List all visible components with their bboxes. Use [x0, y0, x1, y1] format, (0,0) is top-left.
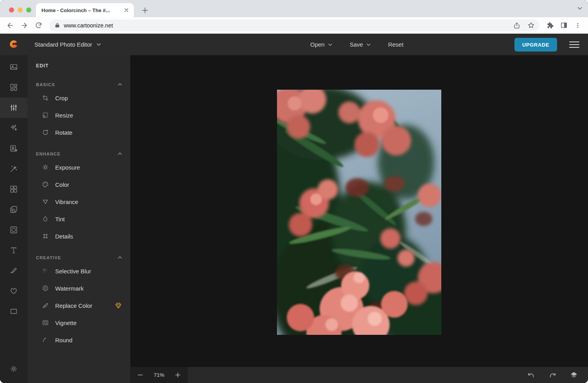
reset-button[interactable]: Reset: [388, 41, 403, 48]
status-bar: 71%: [130, 367, 588, 383]
color-palette-icon: [41, 181, 49, 188]
panel-item-exposure[interactable]: Exposure: [36, 159, 122, 176]
panel-item-color[interactable]: Color: [36, 176, 122, 193]
browser-window: Home - Colorcinch – The #... www.cartoon…: [0, 0, 588, 383]
reload-icon[interactable]: [33, 20, 44, 31]
panel-item-label: Tint: [55, 216, 65, 222]
forward-icon[interactable]: [19, 20, 30, 31]
section-header-basics[interactable]: BASICS: [36, 82, 122, 87]
rail-item-portrait[interactable]: [0, 138, 27, 159]
tab-close-icon[interactable]: [123, 7, 130, 14]
rail-item-effects[interactable]: [0, 118, 27, 138]
side-panel-icon[interactable]: [558, 20, 569, 31]
fullscreen-window-button[interactable]: [26, 7, 31, 13]
hamburger-menu-icon[interactable]: [569, 42, 579, 48]
zoom-controls: 71%: [130, 367, 188, 383]
rail-item-text[interactable]: [0, 240, 27, 260]
chevron-up-icon: [117, 82, 122, 87]
panel-item-watermark[interactable]: Watermark: [36, 280, 122, 297]
rotate-icon: [41, 128, 49, 136]
panel-item-replace-color[interactable]: Replace Color: [36, 297, 122, 314]
chevron-down-icon: [328, 42, 333, 47]
vibrance-triangle-icon: [41, 198, 49, 206]
url-text: www.cartoonize.net: [64, 22, 507, 29]
panel-item-vignette[interactable]: Vignette: [36, 314, 122, 331]
colorcinch-logo[interactable]: [0, 38, 27, 51]
rail-item-filters[interactable]: [0, 159, 27, 179]
undo-icon[interactable]: [527, 372, 535, 379]
extensions-puzzle-icon[interactable]: [544, 20, 555, 31]
rail-item-draw[interactable]: [0, 260, 27, 281]
minimize-window-button[interactable]: [18, 7, 23, 13]
section-header-creative[interactable]: CREATIVE: [36, 255, 122, 260]
rail-item-borders[interactable]: [0, 301, 27, 322]
browser-tab[interactable]: Home - Colorcinch – The #...: [36, 3, 134, 17]
replace-color-dropper-icon: [41, 302, 49, 309]
photo-image: [277, 90, 441, 335]
draw-icon: [9, 266, 18, 275]
panel-item-selective-blur[interactable]: Selective Blur: [36, 262, 122, 280]
rail-item-photo[interactable]: [0, 57, 27, 77]
panel-item-resize[interactable]: Resize: [36, 107, 122, 124]
panel-item-tint[interactable]: Tint: [36, 210, 122, 228]
selective-blur-icon: [41, 267, 49, 275]
panel-item-vibrance[interactable]: Vibrance: [36, 193, 122, 210]
tab-title: Home - Colorcinch – The #...: [41, 7, 123, 13]
canvas-column: 71%: [130, 55, 588, 383]
open-menu[interactable]: Open: [310, 41, 333, 48]
layers-icon[interactable]: [570, 371, 578, 379]
close-window-button[interactable]: [9, 7, 14, 13]
share-icon[interactable]: [511, 20, 522, 31]
browser-toolbar: www.cartoonize.net: [0, 17, 588, 34]
tint-droplet-icon: [41, 215, 49, 223]
panel-item-rotate[interactable]: Rotate: [36, 124, 122, 141]
zoom-in-button[interactable]: [175, 372, 181, 378]
tool-rail: [0, 55, 27, 383]
tab-overview-chevron-icon[interactable]: [577, 5, 583, 11]
redo-icon[interactable]: [548, 372, 557, 379]
panel-item-details[interactable]: Details: [36, 228, 122, 245]
watermark-copyright-icon: [41, 284, 49, 292]
vignette-icon: [41, 319, 49, 327]
section-label: ENHANCE: [36, 152, 61, 156]
save-label: Save: [350, 41, 363, 48]
back-icon[interactable]: [5, 20, 16, 31]
url-bar[interactable]: www.cartoonize.net: [49, 20, 539, 31]
templates-icon: [9, 83, 18, 92]
panel-item-label: Round: [55, 337, 72, 343]
editor-mode-selector[interactable]: Standard Photo Editor: [34, 41, 101, 48]
lock-icon: [55, 22, 60, 28]
rail-item-favorites[interactable]: [0, 281, 27, 301]
history-controls: [527, 371, 588, 379]
resize-icon: [41, 111, 49, 119]
zoom-level: 71%: [154, 372, 164, 378]
app-menus: Open Save Reset: [310, 34, 403, 55]
panel-item-crop[interactable]: Crop: [36, 89, 122, 107]
zoom-out-button[interactable]: [137, 372, 143, 378]
premium-gem-icon: [115, 303, 122, 309]
browser-menu-kebab-icon[interactable]: [572, 20, 583, 31]
grid-icon: [9, 185, 18, 193]
upgrade-button[interactable]: UPGRADE: [514, 38, 557, 51]
panel-item-round[interactable]: Round: [36, 331, 122, 349]
rail-item-settings[interactable]: [0, 359, 27, 379]
rail-item-edit-active[interactable]: [0, 98, 27, 118]
chevron-up-icon: [117, 151, 122, 156]
rail-item-templates[interactable]: [0, 77, 27, 98]
panel-title: EDIT: [36, 63, 122, 69]
rail-item-frames[interactable]: [0, 220, 27, 240]
section-label: BASICS: [36, 82, 55, 87]
rail-item-overlays[interactable]: [0, 179, 27, 199]
bookmark-star-icon[interactable]: [525, 20, 536, 31]
photo-oleander-flowers[interactable]: [277, 90, 441, 335]
open-label: Open: [310, 41, 325, 48]
main-area: EDIT BASICS Crop Resize Rotate ENHANCE: [0, 55, 588, 383]
new-tab-button[interactable]: [139, 5, 150, 16]
panel-item-label: Crop: [55, 95, 68, 101]
save-menu[interactable]: Save: [350, 41, 371, 48]
rail-item-masks[interactable]: [0, 199, 27, 220]
panel-item-label: Replace Color: [55, 302, 92, 309]
section-header-enhance[interactable]: ENHANCE: [36, 151, 122, 156]
text-icon: [9, 246, 18, 255]
panel-item-label: Rotate: [55, 129, 72, 136]
